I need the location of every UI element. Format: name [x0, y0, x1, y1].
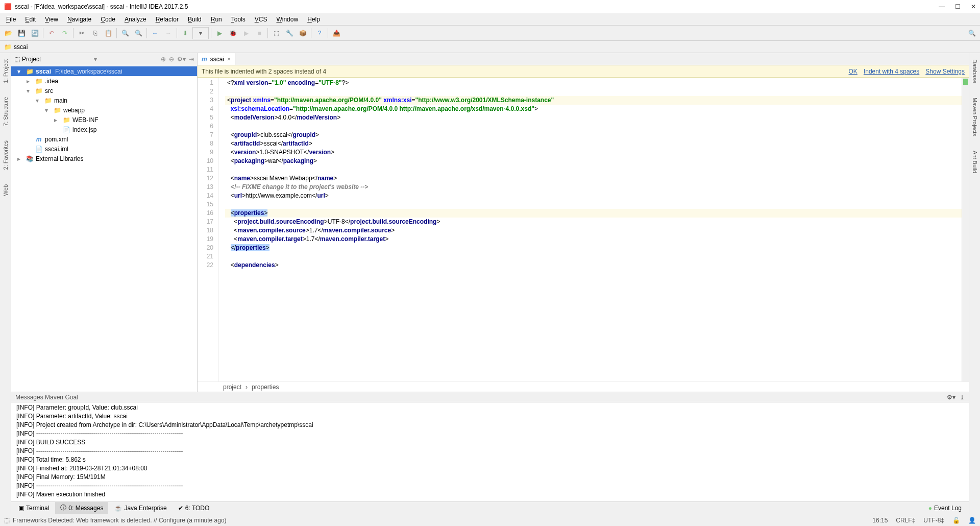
menu-refactor[interactable]: Refactor [152, 15, 183, 24]
sdk-icon[interactable]: 📦 [297, 27, 309, 39]
menu-navigate[interactable]: Navigate [63, 15, 95, 24]
messages-output[interactable]: [INFO] Parameter: groupId, Value: club.s… [11, 402, 969, 501]
find-icon[interactable]: 🔍 [119, 27, 131, 39]
left-tool-gutter: 1: Project7: Structure2: FavoritesWeb [0, 53, 11, 514]
coverage-icon[interactable]: ▶ [240, 27, 252, 39]
nav-breadcrumb-bar: 📁 sscai [0, 41, 980, 53]
back-icon[interactable]: ← [149, 27, 161, 39]
menu-view[interactable]: View [41, 15, 62, 24]
menu-analyze[interactable]: Analyze [120, 15, 151, 24]
project-panel-title[interactable]: Project [22, 56, 41, 63]
tree-node--idea[interactable]: ▸📁.idea [11, 76, 197, 86]
menu-vcs[interactable]: VCS [251, 15, 272, 24]
status-bar: ⬚ Frameworks Detected: Web framework is … [0, 514, 980, 526]
hide-icon[interactable]: ⇥ [189, 56, 194, 63]
run-icon[interactable]: ▶ [213, 27, 226, 39]
editor-scrollbar[interactable] [962, 78, 969, 381]
status-icon[interactable]: ⬚ [4, 517, 10, 524]
tree-node-sscai[interactable]: ▾📁sscaiF:\idea_workspace\sscai [11, 66, 197, 76]
sync-icon[interactable]: 🔄 [29, 27, 41, 39]
help-icon[interactable]: ? [313, 27, 326, 39]
hektor-icon[interactable]: 👤 [968, 517, 976, 524]
redo-icon[interactable]: ↷ [59, 27, 71, 39]
line-number-gutter[interactable]: 12345678910111213141516171819202122 [198, 78, 219, 381]
bottom-tab----messages[interactable]: ⓘ0: Messages [55, 502, 108, 514]
tree-node-src[interactable]: ▾📁src [11, 86, 197, 95]
tool-tab-web[interactable]: Web [3, 182, 9, 198]
make-icon[interactable]: ⬇ [179, 27, 191, 39]
breadcrumb-part[interactable]: project [223, 384, 241, 391]
tree-node-sscai-iml[interactable]: 📄sscai.iml [11, 144, 197, 154]
code-editor[interactable]: <?xml version="1.0" encoding="UTF-8"?> <… [225, 78, 962, 381]
hide-icon[interactable]: ⤓ [960, 394, 965, 401]
menu-run[interactable]: Run [207, 15, 226, 24]
breadcrumb-item[interactable]: sscai [14, 43, 28, 51]
tool-tab----favorites[interactable]: 2: Favorites [3, 138, 9, 172]
tree-node-index-jsp[interactable]: 📄index.jsp [11, 125, 197, 134]
structure-icon[interactable]: ⬚ [270, 27, 282, 39]
menu-code[interactable]: Code [96, 15, 119, 24]
notice-link-show-settings[interactable]: Show Settings [925, 68, 965, 75]
notice-link-ok[interactable]: OK [849, 68, 857, 75]
maximize-button[interactable]: ☐ [955, 3, 961, 10]
exit-icon[interactable]: 📤 [330, 27, 342, 39]
lock-icon[interactable]: 🔓 [952, 517, 960, 524]
menu-file[interactable]: File [2, 15, 20, 24]
event-log-label: Event Log [934, 505, 962, 512]
status-message: Frameworks Detected: Web framework is de… [13, 517, 227, 524]
notice-link-indent-with-4-spaces[interactable]: Indent with 4 spaces [864, 68, 919, 75]
window-title: sscai - [F:\idea_workspace\sscai] - ssca… [15, 3, 188, 10]
paste-icon[interactable]: 📋 [102, 27, 114, 39]
fold-gutter[interactable] [219, 78, 225, 381]
menu-tools[interactable]: Tools [227, 15, 250, 24]
tool-tab-ant-build[interactable]: Ant Build [972, 149, 978, 175]
close-tab-icon[interactable]: × [227, 56, 231, 63]
menu-build[interactable]: Build [184, 15, 206, 24]
menu-help[interactable]: Help [303, 15, 324, 24]
breadcrumb-part[interactable]: properties [252, 384, 279, 391]
tree-node-web-inf[interactable]: ▸📁WEB-INF [11, 115, 197, 125]
settings-icon[interactable]: 🔧 [283, 27, 296, 39]
dropdown-icon[interactable]: ▾ [94, 56, 97, 63]
replace-icon[interactable]: 🔍 [132, 27, 144, 39]
status-encoding[interactable]: UTF-8‡ [923, 517, 944, 524]
messages-title: Messages Maven Goal [15, 394, 78, 401]
scroll-to-source-icon[interactable]: ⊕ [161, 56, 166, 63]
gear-icon[interactable]: ⚙▾ [947, 394, 955, 401]
tool-tab-maven-projects[interactable]: Maven Projects [972, 95, 978, 138]
collapse-all-icon[interactable]: ⊖ [169, 56, 174, 63]
tree-node-pom-xml[interactable]: mpom.xml [11, 134, 197, 144]
main-toolbar: 📂 💾 🔄 ↶ ↷ ✂ ⎘ 📋 🔍 🔍 ← → ⬇ ▾ ▶ 🐞 ▶ ■ ⬚ 🔧 … [0, 26, 980, 41]
tree-node-webapp[interactable]: ▾📁webapp [11, 105, 197, 115]
save-all-icon[interactable]: 💾 [15, 27, 28, 39]
tool-tab----project[interactable]: 1: Project [3, 57, 9, 85]
status-line-ending[interactable]: CRLF‡ [896, 517, 915, 524]
editor-breadcrumb: project › properties [198, 381, 969, 392]
tree-node-external-libraries[interactable]: ▸📚External Libraries [11, 154, 197, 163]
bottom-tab----todo[interactable]: ✔6: TODO [173, 502, 215, 514]
minimize-button[interactable]: — [939, 3, 945, 10]
cut-icon[interactable]: ✂ [76, 27, 88, 39]
menu-window[interactable]: Window [272, 15, 302, 24]
tree-node-main[interactable]: ▾📁main [11, 95, 197, 105]
tool-tab----structure[interactable]: 7: Structure [3, 95, 9, 128]
open-icon[interactable]: 📂 [2, 27, 14, 39]
editor-tab-sscai[interactable]: m sscai × [198, 53, 235, 65]
undo-icon[interactable]: ↶ [45, 27, 58, 39]
bottom-tab-java-enterprise[interactable]: ☕Java Enterprise [109, 502, 172, 514]
event-log-tab[interactable]: ● Event Log [923, 503, 967, 513]
menubar: FileEditViewNavigateCodeAnalyzeRefactorB… [0, 13, 980, 26]
tool-tab-database[interactable]: Database [972, 57, 978, 85]
project-tree[interactable]: ▾📁sscaiF:\idea_workspace\sscai▸📁.idea▾📁s… [11, 65, 197, 392]
close-button[interactable]: ✕ [971, 3, 976, 10]
bottom-tab-terminal[interactable]: ▣Terminal [13, 502, 54, 514]
menu-edit[interactable]: Edit [21, 15, 40, 24]
run-config-dropdown[interactable]: ▾ [192, 27, 209, 39]
debug-icon[interactable]: 🐞 [227, 27, 239, 39]
search-everywhere-icon[interactable]: 🔍 [966, 27, 978, 39]
app-icon: 🟥 [4, 3, 12, 10]
gear-icon[interactable]: ⚙▾ [177, 56, 186, 63]
copy-icon[interactable]: ⎘ [89, 27, 101, 39]
stop-icon[interactable]: ■ [253, 27, 265, 39]
forward-icon[interactable]: → [162, 27, 175, 39]
